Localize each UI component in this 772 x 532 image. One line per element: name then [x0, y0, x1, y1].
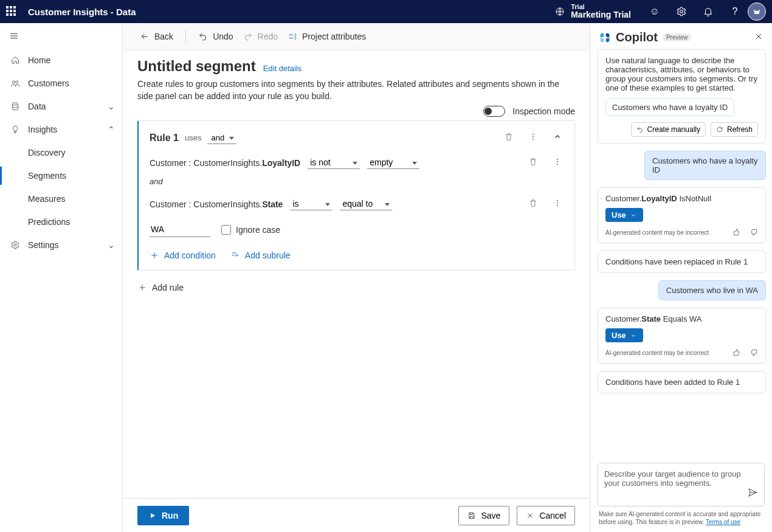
svg-point-17	[557, 205, 558, 206]
help-icon[interactable]: ?	[729, 6, 740, 17]
refresh-button[interactable]: Refresh	[711, 122, 758, 137]
add-rule-button[interactable]: Add rule	[137, 283, 184, 292]
thumbs-up-icon[interactable]	[732, 228, 741, 237]
terms-link[interactable]: Terms of use	[706, 519, 740, 525]
page-description: Create rules to group customers into seg…	[137, 78, 563, 102]
nav-collapse-button[interactable]	[0, 23, 122, 49]
copilot-title: Copilot	[616, 30, 658, 44]
environment-picker[interactable]: Trial Marketing Trial	[555, 3, 631, 19]
trash-icon	[504, 132, 514, 142]
chevron-down-icon	[630, 212, 637, 219]
create-manually-button[interactable]: Create manually	[631, 122, 706, 137]
more-vertical-icon	[553, 157, 562, 167]
trash-icon	[528, 198, 538, 208]
bell-icon[interactable]	[703, 6, 714, 17]
gear-icon[interactable]	[676, 6, 687, 17]
sidebar-item-customers[interactable]: Customers	[0, 72, 122, 95]
command-bar: Back Undo Redo Project attributes	[123, 23, 590, 50]
main-area: Back Undo Redo Project attributes Untitl…	[123, 23, 590, 532]
collapse-rule-button[interactable]	[551, 131, 563, 145]
save-button[interactable]: Save	[458, 506, 509, 525]
thumbs-down-icon[interactable]	[750, 228, 758, 237]
system-message: Conditions have been replaced in Rule 1	[598, 250, 766, 273]
play-icon	[148, 511, 157, 520]
condition-and-label: and	[150, 177, 563, 186]
operator-select[interactable]: is	[290, 198, 333, 210]
send-icon	[747, 487, 758, 498]
value-input[interactable]	[150, 222, 210, 237]
sidebar-item-discovery[interactable]: Discovery	[0, 141, 122, 164]
suggestion-pill[interactable]: Customers who have a loyalty ID	[605, 98, 734, 116]
divider	[185, 30, 186, 43]
app-title: Customer Insights - Data	[28, 7, 136, 17]
edit-details-link[interactable]: Edit details	[263, 64, 302, 73]
value-select[interactable]: equal to	[340, 198, 392, 210]
sidebar-item-data[interactable]: Data ⌄	[0, 95, 122, 118]
lightbulb-icon	[10, 125, 20, 134]
redo-button: Redo	[241, 27, 280, 46]
use-button[interactable]: Use	[605, 208, 643, 222]
smiley-icon[interactable]: ☺	[649, 6, 660, 17]
user-message: Customers who have a loyalty ID	[644, 151, 766, 180]
rule-uses-label: uses	[185, 133, 201, 142]
send-button[interactable]	[747, 487, 758, 500]
use-button[interactable]: Use	[605, 328, 643, 342]
inspection-mode-toggle[interactable]	[483, 106, 505, 117]
sidebar-item-label: Customers	[28, 78, 69, 88]
app-launcher-icon[interactable]	[6, 6, 17, 17]
condition-row-2: Customer : CustomerInsights.State is equ…	[150, 197, 563, 211]
arrow-left-icon	[140, 32, 150, 41]
operator-select[interactable]: is not	[308, 156, 360, 169]
value-select[interactable]: empty	[367, 156, 419, 169]
sidebar-item-label: Segments	[28, 171, 66, 181]
close-button[interactable]	[754, 32, 763, 43]
copilot-input[interactable]: Describe your target audience to group y…	[598, 463, 765, 506]
ignore-case-checkbox[interactable]: Ignore case	[221, 225, 280, 235]
add-condition-button[interactable]: Add condition	[150, 250, 216, 260]
topbar: Customer Insights - Data Trial Marketing…	[0, 0, 772, 23]
sidebar-item-predictions[interactable]: Predictions	[0, 210, 122, 233]
thumbs-up-icon[interactable]	[732, 348, 741, 357]
rule-card: Rule 1 uses and	[137, 120, 575, 271]
rule-combiner-select[interactable]: and	[207, 132, 236, 144]
sidebar-item-measures[interactable]: Measures	[0, 187, 122, 210]
svg-point-15	[557, 200, 558, 201]
svg-rect-4	[759, 10, 760, 11]
save-icon	[467, 511, 476, 520]
project-attributes-button[interactable]: Project attributes	[285, 27, 368, 46]
copilot-body[interactable]: Use natural language to describe the cha…	[590, 49, 772, 457]
sidebar-item-label: Measures	[28, 194, 65, 204]
sidebar-item-label: Data	[28, 102, 46, 111]
data-icon	[10, 102, 20, 111]
delete-rule-button[interactable]	[503, 131, 515, 145]
sidebar-item-home[interactable]: Home	[0, 49, 122, 72]
cancel-button[interactable]: Cancel	[517, 506, 575, 525]
content-pane: Untitled segment Edit details Create rul…	[123, 50, 590, 498]
delete-condition-button[interactable]	[527, 156, 539, 170]
globe-icon	[555, 7, 565, 16]
svg-point-7	[12, 103, 18, 105]
thumbs-down-icon[interactable]	[750, 348, 758, 357]
rule-more-button[interactable]	[527, 131, 539, 145]
ai-code: Customer.LoyaltyID IsNotNull	[605, 194, 758, 203]
svg-point-9	[532, 134, 534, 135]
condition-more-button[interactable]	[551, 156, 563, 170]
user-message: Customers who live in WA	[658, 280, 766, 300]
back-button[interactable]: Back	[137, 27, 176, 46]
trash-icon	[528, 157, 538, 167]
avatar[interactable]	[748, 2, 766, 21]
condition-more-button[interactable]	[551, 197, 563, 211]
home-icon	[10, 55, 20, 65]
copilot-intro-card: Use natural language to describe the cha…	[598, 49, 766, 143]
add-subrule-button[interactable]: Add subrule	[230, 250, 291, 260]
run-button[interactable]: Run	[137, 506, 189, 525]
delete-condition-button[interactable]	[527, 197, 539, 211]
more-vertical-icon	[528, 132, 538, 142]
sidebar-item-segments[interactable]: Segments	[0, 164, 122, 187]
undo-icon	[636, 126, 644, 133]
condition-row-1: Customer : CustomerInsights.LoyaltyID is…	[150, 156, 563, 170]
ai-disclaimer: AI-generated content may be incorrect	[605, 229, 709, 236]
sidebar-item-settings[interactable]: Settings ⌄	[0, 233, 122, 257]
sidebar-item-insights[interactable]: Insights ⌃	[0, 118, 122, 141]
undo-button[interactable]: Undo	[196, 27, 235, 46]
